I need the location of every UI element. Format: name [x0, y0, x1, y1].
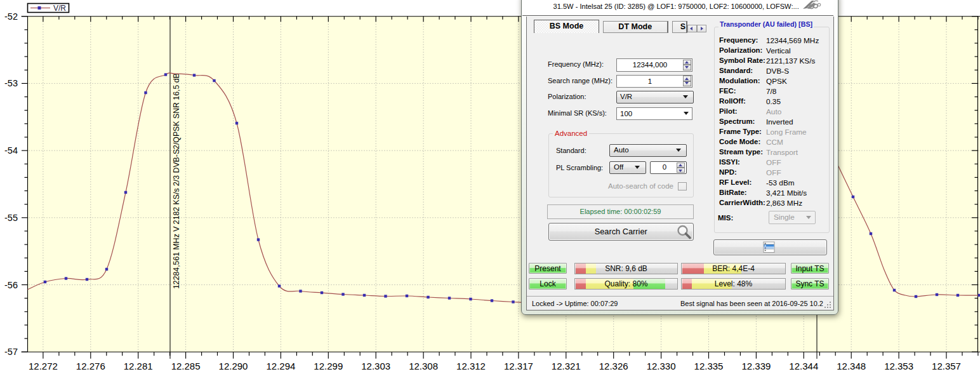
svg-text:12.344: 12.344 — [789, 361, 818, 371]
svg-text:12.321: 12.321 — [552, 361, 581, 371]
svg-text:12.353: 12.353 — [884, 361, 913, 371]
svg-text:12.330: 12.330 — [647, 361, 676, 371]
svg-text:12.285: 12.285 — [171, 361, 201, 371]
svg-text:12.312: 12.312 — [456, 361, 486, 371]
svg-text:12.303: 12.303 — [361, 361, 390, 371]
svg-text:12.272: 12.272 — [29, 361, 58, 371]
svg-text:12.308: 12.308 — [409, 361, 438, 371]
svg-text:12.339: 12.339 — [741, 361, 771, 371]
svg-text:-55: -55 — [4, 213, 18, 223]
svg-text:-53: -53 — [4, 78, 18, 88]
svg-text:12.290: 12.290 — [219, 361, 248, 371]
svg-text:12.348: 12.348 — [837, 361, 866, 371]
svg-text:V/R: V/R — [53, 4, 66, 13]
svg-text:-57: -57 — [4, 347, 18, 357]
svg-text:12.299: 12.299 — [314, 361, 343, 371]
svg-text:12.326: 12.326 — [599, 361, 628, 371]
svg-text:12.276: 12.276 — [76, 361, 105, 371]
svg-text:12.281: 12.281 — [124, 361, 153, 371]
svg-text:12284,561 MHz V 2182 KS/s 2/3: 12284,561 MHz V 2182 KS/s 2/3 DVB-S2/QPS… — [172, 73, 181, 289]
svg-text:-52: -52 — [4, 11, 18, 22]
svg-text:-56: -56 — [4, 280, 18, 290]
svg-text:12.357: 12.357 — [932, 361, 961, 371]
svg-text:-54: -54 — [4, 145, 18, 156]
svg-text:12.335: 12.335 — [694, 361, 724, 371]
svg-text:12.294: 12.294 — [266, 361, 295, 371]
svg-text:12.317: 12.317 — [504, 361, 533, 371]
